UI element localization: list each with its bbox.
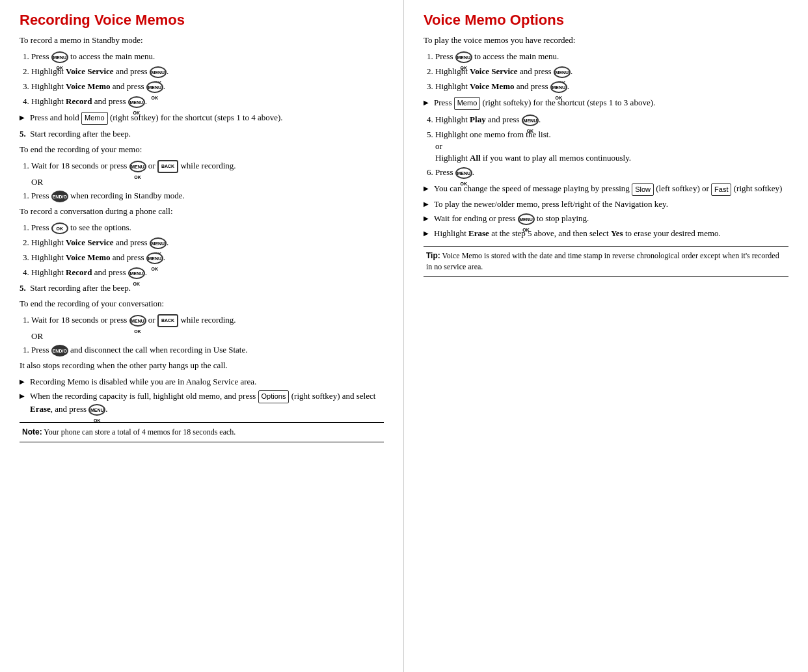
note-box: Note: Your phone can store a total of 4 … (20, 422, 384, 442)
left-step-2: Highlight Voice Service and press MENUOK… (31, 66, 384, 78)
right-bullets-shortcut: Press Memo (right softeky) for the short… (424, 97, 788, 110)
left-end-steps-2: Press END/O when recording in Standby mo… (31, 190, 384, 202)
right-intro: To play the voice memos you have recorde… (424, 35, 788, 46)
menu-ok-btn-1: MENUOK (51, 51, 68, 63)
slow-softkey: Slow (632, 183, 654, 196)
note-text: Your phone can store a total of 4 memos … (44, 427, 236, 437)
left-call-intro: To record a conversation during a phone … (20, 206, 384, 217)
left-bullet-analog: Recording Memo is disabled while you are… (20, 376, 384, 388)
left-or-2: OR (31, 331, 384, 342)
left-or-1: OR (31, 177, 384, 187)
left-step-3: Highlight Voice Memo and press MENUOK. (31, 81, 384, 93)
menu-ok-btn-r1: MENUOK (455, 51, 472, 63)
left-call-end-step-2: Press END/O and disconnect the call when… (31, 344, 384, 356)
menu-ok-btn-r5: MENUOK (455, 167, 472, 179)
tip-label: Tip: (426, 251, 440, 260)
left-bullets-2: Recording Memo is disabled while you are… (20, 376, 384, 416)
right-bullet-nav: To play the newer/older memo, press left… (424, 198, 788, 210)
left-end-step-2: Press END/O when recording in Standby mo… (31, 190, 384, 202)
right-step-1: Press MENUOK to access the main menu. (435, 51, 788, 63)
menu-ok-btn-2: MENUOK (150, 66, 167, 78)
back-btn-1: BACK (157, 160, 178, 173)
options-softkey: Options (258, 390, 290, 403)
left-call-end-steps-2: Press END/O and disconnect the call when… (31, 344, 384, 356)
menu-ok-btn-5: MENUOK (129, 161, 146, 172)
menu-ok-btn-r4: MENUOK (522, 114, 539, 126)
end-btn-2: END/O (51, 345, 68, 356)
memo-softkey-r: Memo (454, 97, 481, 109)
menu-ok-btn-4: MENUOK (128, 96, 145, 108)
left-call-end-step-1: Wait for 18 seconds or press MENUOK or B… (31, 314, 384, 327)
left-call-step-3: Highlight Voice Memo and press MENUOK. (31, 252, 384, 264)
menu-ok-btn-r2: MENUOK (554, 66, 571, 78)
right-bullet-shortcut: Press Memo (right softeky) for the short… (424, 97, 788, 110)
left-call-steps: Press OK to see the options. Highlight V… (31, 222, 384, 279)
memo-softkey: Memo (81, 112, 108, 124)
left-bullets-1: Press and hold Memo (right softkey) for … (20, 112, 384, 125)
right-step-6: Press MENUOK. (435, 167, 788, 179)
left-call-step-1: Press OK to see the options. (31, 222, 384, 234)
left-steps-1: Press MENUOK to access the main menu. Hi… (31, 51, 384, 108)
fast-softkey: Fast (711, 183, 731, 196)
left-intro: To record a memo in Standby mode: (20, 35, 384, 46)
left-column: Recording Voice Memos To record a memo i… (0, 0, 404, 672)
menu-ok-btn-10: MENUOK (88, 404, 105, 416)
left-title: Recording Voice Memos (20, 12, 384, 29)
right-steps-cont: Highlight Play and press MENUOK. Highlig… (435, 114, 788, 180)
left-end-intro: To end the recording of your memo: (20, 144, 384, 155)
right-title: Voice Memo Options (424, 12, 788, 29)
right-step-5: Highlight one memo from the list.orHighl… (435, 129, 788, 165)
tip-box: Tip: Voice Memo is stored with the date … (424, 246, 788, 277)
left-call-end-steps: Wait for 18 seconds or press MENUOK or B… (31, 314, 384, 327)
left-step-5: 5. Start recording after the beep. (20, 129, 384, 139)
left-end-step-1: Wait for 18 seconds or press MENUOK or B… (31, 160, 384, 173)
left-end-steps: Wait for 18 seconds or press MENUOK or B… (31, 160, 384, 173)
right-column: Voice Memo Options To play the voice mem… (404, 0, 808, 672)
right-bullet-wait: Wait for ending or press MENUOK to stop … (424, 213, 788, 225)
menu-ok-btn-9: MENUOK (129, 315, 146, 327)
tip-text: Voice Memo is stored with the date and t… (426, 251, 779, 271)
end-btn-1: END/O (51, 191, 68, 202)
left-step-1: Press MENUOK to access the main menu. (31, 51, 384, 63)
left-call-step-2: Highlight Voice Service and press MENUOK… (31, 237, 384, 249)
right-step-3: Highlight Voice Memo and press MENUOK. (435, 81, 788, 93)
right-bullet-erase: Highlight Erase at the step 5 above, and… (424, 228, 788, 239)
menu-ok-btn-8: MENUOK (128, 267, 145, 279)
right-steps: Press MENUOK to access the main menu. Hi… (435, 51, 788, 93)
left-bullet-capacity: When the recording capacity is full, hig… (20, 390, 384, 416)
ok-btn-call: OK (51, 222, 68, 234)
right-bullets: You can change the speed of message play… (424, 183, 788, 239)
left-also-stops: It also stops recording when the other p… (20, 360, 384, 371)
menu-ok-btn-r6: MENUOK (518, 213, 535, 225)
back-btn-2: BACK (157, 314, 178, 327)
left-call-end-intro: To end the recording of your conversatio… (20, 299, 384, 309)
left-bullet-shortcut: Press and hold Memo (right softkey) for … (20, 112, 384, 125)
left-call-step-4: Highlight Record and press MENUOK. (31, 267, 384, 279)
menu-ok-btn-7: MENUOK (146, 252, 163, 264)
menu-ok-btn-6: MENUOK (150, 237, 167, 249)
left-call-step-5: 5. Start recording after the beep. (20, 283, 384, 293)
right-bullet-speed: You can change the speed of message play… (424, 183, 788, 196)
note-label: Note: (22, 427, 42, 437)
left-step-4: Highlight Record and press MENUOK. (31, 96, 384, 108)
menu-ok-btn-r3: MENUOK (550, 81, 567, 93)
menu-ok-btn-3: MENUOK (146, 81, 163, 93)
right-step-2: Highlight Voice Service and press MENUOK… (435, 66, 788, 78)
right-step-4: Highlight Play and press MENUOK. (435, 114, 788, 126)
